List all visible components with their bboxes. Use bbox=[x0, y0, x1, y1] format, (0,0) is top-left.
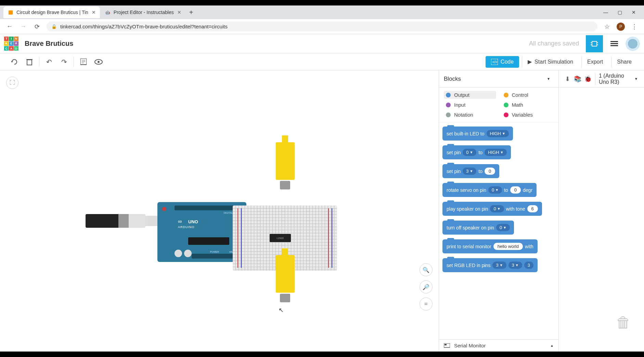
code-icon: </> bbox=[491, 59, 498, 65]
block-field-pin[interactable]: 0 ▼ bbox=[490, 205, 504, 212]
category-variables[interactable]: Variables bbox=[502, 111, 554, 119]
block-field-value[interactable]: HIGH ▼ bbox=[485, 149, 507, 156]
user-avatar[interactable] bbox=[626, 37, 640, 51]
project-title[interactable]: Brave Bruticus bbox=[25, 40, 73, 48]
redo-button[interactable]: ↷ bbox=[56, 55, 72, 69]
rotate-icon bbox=[11, 58, 18, 65]
share-label: Share bbox=[617, 59, 632, 65]
export-button[interactable]: Export bbox=[581, 56, 608, 68]
schematic-view-button[interactable] bbox=[606, 35, 623, 52]
star-icon[interactable]: ☆ bbox=[603, 23, 611, 30]
debug-icon[interactable]: 🐞 bbox=[583, 75, 593, 83]
start-simulation-button[interactable]: ▶ Start Simulation bbox=[522, 56, 579, 68]
block-field-pin[interactable]: 0 ▼ bbox=[463, 149, 476, 156]
block-field-value[interactable]: 6 bbox=[527, 205, 538, 212]
block-field-pin[interactable]: 0 ▼ bbox=[496, 224, 510, 231]
block-field-value[interactable]: HIGH ▼ bbox=[487, 130, 509, 137]
circuit-view-button[interactable] bbox=[586, 35, 603, 52]
usb-cable[interactable] bbox=[86, 214, 145, 228]
svg-rect-0 bbox=[592, 41, 597, 46]
block-turn-off-speaker[interactable]: turn off speaker on pin 0 ▼ bbox=[442, 221, 514, 235]
block-field-text[interactable]: hello world bbox=[493, 243, 523, 250]
category-color-dot bbox=[504, 103, 508, 107]
back-button[interactable]: ← bbox=[5, 23, 14, 30]
download-icon[interactable]: ⬇ bbox=[562, 75, 572, 83]
block-set-pin-digital[interactable]: set pin 0 ▼ to HIGH ▼ bbox=[442, 145, 511, 159]
rotate-button[interactable] bbox=[7, 55, 22, 69]
reload-button[interactable]: ⟳ bbox=[33, 23, 41, 30]
menu-icon[interactable]: ⋮ bbox=[630, 23, 639, 30]
block-set-builtin-led[interactable]: set built-in LED to HIGH ▼ bbox=[442, 127, 513, 141]
undo-button[interactable]: ↶ bbox=[41, 55, 56, 69]
code-mode-select[interactable]: Blocks ▼ bbox=[444, 76, 554, 82]
browser-tab-active[interactable]: 🟧 Circuit design Brave Bruticus | Tin ✕ bbox=[3, 6, 100, 18]
block-field-pin[interactable]: 3 ▼ bbox=[492, 262, 506, 269]
circuit-canvas[interactable]: ⛶ bbox=[0, 70, 439, 352]
serial-monitor-label: Serial Monitor bbox=[454, 343, 486, 348]
chevron-up-icon: ▲ bbox=[550, 344, 554, 347]
tinkercad-logo[interactable]: TINKERCAD bbox=[4, 37, 18, 51]
block-field-value[interactable]: 0 bbox=[485, 168, 495, 175]
dc-motor-bottom[interactable] bbox=[276, 255, 295, 293]
notes-button[interactable] bbox=[76, 55, 91, 69]
close-tab-icon[interactable]: ✕ bbox=[88, 10, 96, 15]
library-icon[interactable]: 📚 bbox=[572, 75, 583, 83]
block-field-value[interactable]: 0 bbox=[510, 186, 521, 194]
block-print-serial[interactable]: print to serial monitor hello world with bbox=[442, 239, 538, 253]
svg-rect-19 bbox=[445, 344, 447, 345]
category-label: Control bbox=[512, 92, 528, 98]
zoom-fit-button[interactable]: = bbox=[420, 298, 433, 310]
block-set-pin-analog[interactable]: set pin 3 ▼ to 0 bbox=[442, 164, 499, 178]
chevron-down-icon: ▼ bbox=[547, 77, 550, 81]
share-button[interactable]: Share bbox=[611, 56, 637, 68]
zoom-in-button[interactable]: 🔍 bbox=[420, 263, 433, 276]
maximize-icon[interactable]: ▢ bbox=[618, 10, 622, 15]
block-field-pin[interactable]: 3 ▼ bbox=[463, 168, 476, 175]
category-notation[interactable]: Notation bbox=[444, 111, 496, 119]
category-input[interactable]: Input bbox=[444, 101, 496, 109]
close-window-icon[interactable]: ✕ bbox=[632, 10, 636, 15]
eye-icon bbox=[94, 59, 103, 65]
main-area: ⛶ bbox=[0, 70, 644, 352]
category-color-dot bbox=[446, 93, 451, 97]
block-field-pin[interactable]: 0 ▼ bbox=[488, 186, 502, 194]
close-tab-icon[interactable]: ✕ bbox=[174, 10, 181, 15]
chevron-down-icon: ▼ bbox=[634, 77, 638, 81]
blocks-palette[interactable]: set built-in LED to HIGH ▼ set pin 0 ▼ t… bbox=[439, 122, 558, 339]
category-control[interactable]: Control bbox=[502, 91, 554, 99]
fit-to-screen-button[interactable]: ⛶ bbox=[6, 77, 18, 89]
category-output[interactable]: Output bbox=[444, 91, 496, 99]
serial-monitor-bar[interactable]: Serial Monitor ▲ bbox=[439, 339, 558, 352]
forward-button[interactable]: → bbox=[19, 23, 27, 30]
dc-motor-top[interactable] bbox=[276, 142, 295, 180]
trash-icon[interactable]: 🗑 bbox=[616, 314, 631, 331]
code-panel: Blocks ▼ OutputControlInputMathNotationV… bbox=[439, 70, 558, 352]
browser-profile-avatar[interactable]: P bbox=[617, 23, 625, 31]
svg-text:</>: </> bbox=[492, 60, 498, 64]
delete-button[interactable] bbox=[22, 55, 37, 69]
l293d-chip[interactable]: L293D bbox=[270, 234, 291, 242]
category-color-dot bbox=[446, 103, 451, 107]
new-tab-button[interactable]: + bbox=[186, 9, 196, 16]
category-label: Input bbox=[454, 102, 465, 108]
block-rotate-servo[interactable]: rotate servo on pin 0 ▼ to 0 degr bbox=[442, 183, 537, 197]
block-set-rgb-led[interactable]: set RGB LED in pins 3 ▼ 3 ▼ 3 bbox=[442, 258, 538, 272]
zoom-out-button[interactable]: 🔎 bbox=[420, 280, 433, 293]
block-field-pin[interactable]: 3 bbox=[524, 262, 533, 269]
address-bar[interactable]: 🔒 tinkercad.com/things/aZ7bVcZyOTm-brave… bbox=[47, 22, 597, 31]
visibility-button[interactable] bbox=[91, 55, 106, 69]
device-select[interactable]: 1 (Arduino Uno R3) ▼ bbox=[595, 73, 641, 85]
tab-title: Project Editor - Instructables bbox=[114, 10, 174, 15]
minimize-icon[interactable]: — bbox=[603, 10, 608, 15]
block-field-pin[interactable]: 3 ▼ bbox=[508, 262, 522, 269]
svg-rect-8 bbox=[27, 60, 32, 65]
block-play-speaker[interactable]: play speaker on pin 0 ▼ with tone 6 bbox=[442, 202, 542, 216]
tab-title: Circuit design Brave Bruticus | Tin bbox=[16, 10, 88, 15]
device-panel: ⬇ 📚 🐞 1 (Arduino Uno R3) ▼ 🗑 bbox=[558, 70, 644, 352]
category-math[interactable]: Math bbox=[502, 101, 554, 109]
instructables-favicon: 🤖 bbox=[105, 9, 111, 15]
code-button[interactable]: </> Code bbox=[486, 56, 519, 68]
lock-icon: 🔒 bbox=[51, 24, 57, 29]
note-icon bbox=[80, 58, 87, 65]
browser-tab-inactive[interactable]: 🤖 Project Editor - Instructables ✕ bbox=[101, 6, 185, 18]
